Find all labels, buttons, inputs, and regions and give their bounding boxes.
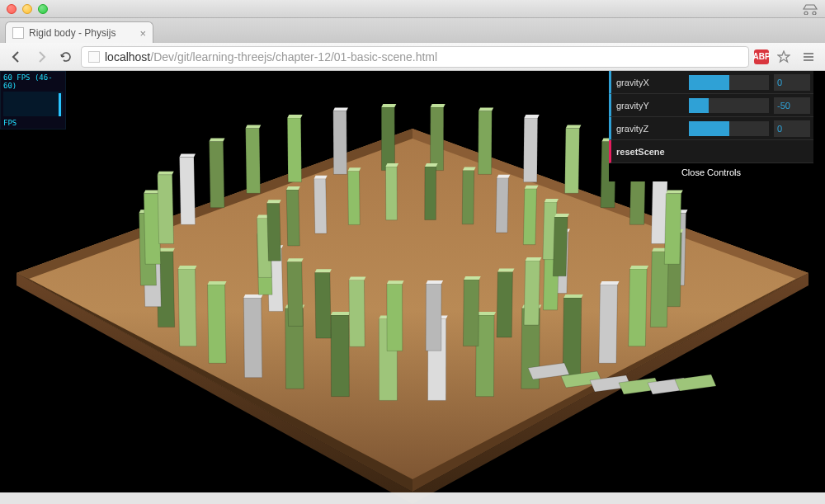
svg-marker-92: [315, 269, 332, 272]
gui-label: gravityY: [611, 101, 684, 111]
horizontal-scrollbar[interactable]: [0, 492, 825, 504]
address-bar[interactable]: localhost /Dev/git/learning-threejs/chap…: [81, 46, 749, 68]
reload-button[interactable]: [56, 47, 76, 67]
svg-marker-117: [523, 189, 536, 245]
svg-marker-104: [286, 186, 300, 190]
traffic-lights: [7, 4, 48, 14]
extension-abp-label: ABP: [752, 52, 770, 61]
gui-row-gravityx: gravityX 0: [609, 71, 813, 94]
gui-label: gravityZ: [611, 124, 684, 134]
svg-marker-32: [243, 294, 262, 298]
svg-marker-102: [267, 200, 281, 203]
svg-marker-79: [524, 261, 540, 325]
svg-marker-50: [210, 139, 225, 142]
svg-marker-55: [333, 111, 347, 174]
svg-marker-58: [381, 104, 396, 107]
browser-menu-icon[interactable]: [799, 47, 818, 67]
svg-marker-101: [267, 203, 281, 261]
svg-marker-56: [333, 107, 348, 111]
stats-panel[interactable]: 60 FPS (46-60) FPS: [0, 71, 66, 130]
gui-close-controls[interactable]: Close Controls: [609, 163, 813, 181]
svg-marker-36: [178, 266, 197, 269]
gui-value-gravityy[interactable]: -50: [774, 97, 810, 114]
svg-marker-65: [565, 129, 580, 194]
gui-slider-gravityz[interactable]: [689, 121, 769, 136]
svg-marker-60: [431, 104, 446, 107]
svg-marker-35: [178, 269, 196, 346]
svg-marker-105: [314, 179, 327, 233]
gui-label: gravityX: [611, 78, 684, 87]
svg-marker-80: [526, 257, 542, 261]
svg-marker-103: [286, 190, 299, 246]
svg-marker-121: [553, 217, 568, 276]
svg-marker-115: [496, 178, 508, 233]
svg-marker-13: [629, 269, 647, 346]
stats-fps-label: FPS: [3, 119, 63, 127]
window-zoom-button[interactable]: [38, 4, 48, 14]
svg-marker-45: [158, 175, 174, 244]
svg-marker-128: [675, 374, 716, 391]
svg-marker-111: [425, 167, 436, 220]
svg-marker-27: [331, 315, 349, 397]
window-minimize-button[interactable]: [22, 4, 32, 14]
extension-abp-icon[interactable]: ABP: [754, 49, 769, 64]
svg-marker-18: [563, 294, 582, 298]
window-close-button[interactable]: [7, 4, 16, 14]
gui-row-resetscene[interactable]: resetScene: [609, 140, 813, 163]
back-button[interactable]: [7, 47, 26, 67]
svg-marker-46: [158, 172, 174, 175]
svg-marker-63: [523, 118, 537, 182]
browser-tab[interactable]: Rigid body - Physijs ×: [5, 21, 153, 43]
forward-button[interactable]: [31, 47, 51, 67]
svg-marker-109: [385, 167, 397, 220]
svg-marker-110: [385, 163, 398, 167]
svg-marker-33: [208, 285, 226, 363]
svg-marker-54: [287, 115, 302, 118]
svg-marker-112: [425, 163, 438, 167]
svg-marker-83: [463, 280, 478, 346]
svg-marker-51: [246, 129, 261, 194]
gui-row-gravityz: gravityZ 0: [609, 117, 813, 140]
gui-row-gravityy: gravityY -50: [609, 94, 813, 117]
svg-marker-84: [464, 276, 480, 280]
svg-marker-28: [331, 312, 351, 315]
svg-marker-16: [600, 281, 619, 285]
page-favicon-icon: [12, 27, 24, 39]
svg-marker-86: [426, 280, 443, 284]
svg-marker-48: [180, 153, 196, 157]
gui-slider-gravityx[interactable]: [689, 75, 769, 90]
svg-marker-90: [349, 277, 366, 280]
svg-marker-14: [629, 266, 648, 269]
svg-marker-85: [426, 284, 441, 351]
svg-marker-87: [387, 284, 403, 351]
svg-marker-34: [208, 281, 227, 285]
svg-marker-82: [497, 268, 514, 271]
svg-marker-116: [497, 175, 510, 178]
svg-marker-118: [525, 186, 539, 189]
window-titlebar: [0, 0, 825, 18]
stats-fps-readout: 60 FPS (46-60): [3, 73, 63, 90]
svg-marker-89: [349, 280, 365, 347]
svg-marker-108: [348, 167, 361, 171]
gui-value-gravityx[interactable]: 0: [774, 74, 810, 91]
page-icon: [88, 51, 100, 63]
svg-marker-53: [287, 118, 301, 182]
svg-marker-47: [180, 157, 196, 224]
svg-marker-81: [497, 271, 512, 337]
gui-value-gravityz[interactable]: 0: [774, 120, 810, 137]
svg-marker-122: [554, 214, 569, 217]
browser-toolbar: localhost /Dev/git/learning-threejs/chap…: [0, 43, 825, 71]
svg-marker-64: [524, 115, 539, 118]
stats-fps-graph: [3, 92, 63, 116]
svg-marker-49: [210, 142, 224, 208]
close-tab-icon[interactable]: ×: [139, 27, 146, 40]
page-viewport: 60 FPS (46-60) FPS gravityX 0 gravityY -…: [0, 71, 825, 504]
svg-marker-52: [246, 125, 262, 129]
svg-marker-31: [243, 298, 262, 378]
svg-marker-66: [566, 125, 582, 129]
gui-slider-gravityy[interactable]: [689, 98, 769, 113]
svg-marker-59: [431, 107, 444, 171]
bookmark-star-icon[interactable]: [774, 47, 794, 67]
svg-marker-106: [314, 176, 328, 179]
svg-marker-61: [478, 111, 493, 174]
